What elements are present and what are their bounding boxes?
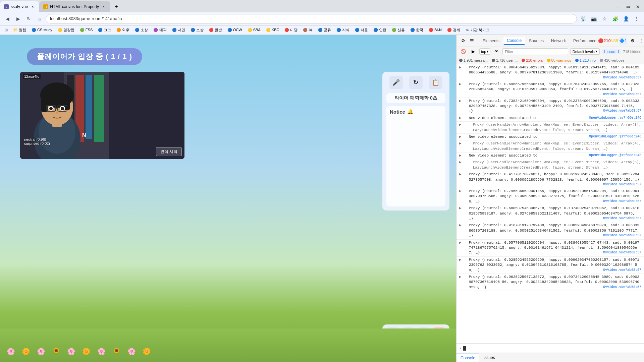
address-bar[interactable]: localhost:8083/game-room/141/mafia (46, 14, 577, 23)
screenshot-icon[interactable]: 📷 (589, 14, 598, 23)
expand-arrow[interactable]: ▶ (459, 82, 462, 86)
bookmark-sba[interactable]: 🟡 SBA (246, 27, 263, 33)
expand-arrow[interactable]: ▶ (459, 172, 462, 176)
bookmark-sosang2[interactable]: 🔵 소상 (189, 27, 206, 33)
expand-arrow[interactable]: ▶ (459, 160, 462, 164)
home-button[interactable]: ⌂ (35, 14, 44, 23)
clear-console-icon[interactable]: 🚫 (459, 48, 467, 56)
bookmark-kk[interactable]: 🔵 크크 (96, 27, 113, 33)
bookmark-bok[interactable]: 🟤 복 (301, 27, 314, 33)
log-source-link[interactable]: OvVideo.vue?ab68:57 (603, 233, 641, 238)
bookmark-other[interactable]: ≫ 기관 북마크 (464, 27, 492, 33)
bookmark-bin[interactable]: 🔴 BI-N (427, 27, 444, 33)
expand-arrow[interactable]: ▶ (459, 223, 462, 227)
bookmark-kyungje[interactable]: 🔴 경제 (445, 27, 462, 33)
log-source-link[interactable]: OvVideo.vue?ab68:57 (603, 75, 641, 80)
mic-icon-button[interactable]: 🎤 (389, 76, 403, 89)
expand-arrow[interactable]: ▶ (459, 153, 462, 158)
profile-icon[interactable]: 👤 (621, 14, 631, 23)
extensions-icon[interactable]: 🧩 (610, 14, 620, 23)
expand-arrow[interactable]: ▶ (459, 134, 462, 139)
bookmark-gongyu[interactable]: 🔵 공유 (316, 27, 333, 33)
close-window-button[interactable]: ✕ (633, 2, 643, 11)
bookmark-kbc[interactable]: 🟡 KBC (264, 27, 281, 33)
log-source-link[interactable]: OvVideo.vue?ab68:57 (603, 285, 641, 290)
bookmark-ocw[interactable]: 🔵 OCW (225, 27, 244, 33)
expand-arrow[interactable]: ▶ (459, 116, 462, 120)
forward-button[interactable]: ▶ (13, 14, 23, 23)
log-source-link[interactable]: OvVideo.vue?ab68:57 (603, 199, 641, 204)
expand-arrow[interactable]: ▶ (459, 189, 462, 193)
bookmark-hanguk[interactable]: 🔵 한국 (408, 27, 425, 33)
tab-console[interactable]: Console (503, 37, 525, 45)
tab-1-close[interactable]: × (30, 4, 35, 9)
log-source-link[interactable]: OvVideo.vue?ab68:57 (603, 182, 641, 187)
tab-1[interactable]: S ssafy-vue × (0, 1, 39, 12)
log-source-link[interactable]: OvVideo.vue?ab68:57 (603, 268, 641, 273)
bookmark-fss[interactable]: 🟢 FSS (78, 27, 95, 33)
bookmark-madang[interactable]: 🔴 마당 (282, 27, 300, 33)
stat-info[interactable]: 1,213 info (575, 58, 596, 62)
bookmark-seoul[interactable]: 🔵 서울 (353, 27, 370, 33)
tab-elements[interactable]: Elements (479, 37, 503, 45)
log-source-link[interactable]: OvVideo.vue?ab68:57 (603, 92, 641, 97)
devtools-toggle-icon[interactable]: ⚙ (459, 37, 467, 45)
bookmark-semin[interactable]: 🔵 서민 (170, 27, 187, 33)
bookmark-wawoo[interactable]: 🟠 와우 (114, 27, 131, 33)
tab-performance[interactable]: Performance (570, 37, 600, 45)
bookmark-apps[interactable]: ⊞ (3, 27, 10, 33)
expand-arrow[interactable]: ▶ (459, 99, 462, 103)
recognition-start-button[interactable]: 인식 시작 (156, 147, 182, 156)
bookmark-jisik[interactable]: 🔵 지식 (334, 27, 352, 33)
bookmark-cs-study[interactable]: 🔵 CS study (30, 27, 54, 33)
expand-arrow[interactable]: ▶ (459, 122, 462, 127)
expand-arrow[interactable]: ▶ (459, 141, 462, 145)
bookmark-ilweb[interactable]: 📁 일웹 (11, 27, 28, 33)
stat-user[interactable]: 1,716 user ... (492, 58, 518, 62)
expand-arrow[interactable]: ▶ (459, 206, 462, 210)
log-source-link[interactable]: OvVideo.vue?ab68:57 (603, 109, 641, 113)
log-source-link[interactable]: OpenViduLogger.js?f66e:246 (589, 116, 641, 120)
bottom-tab-issues[interactable]: Issues (479, 354, 499, 361)
bookmark-intern[interactable]: 🔵 인턴 (371, 27, 388, 33)
context-dropdown[interactable]: top ▾ (479, 48, 490, 55)
log-source-link[interactable]: OvVideo.vue?ab68:57 (603, 250, 641, 255)
devtools-settings-icon[interactable]: ⚙ (629, 37, 637, 45)
bookmark-star-icon[interactable]: ☆ (600, 14, 609, 23)
log-source-link[interactable]: OvVideo.vue?ab68:57 (603, 216, 641, 221)
expand-arrow[interactable]: ▶ (459, 257, 462, 262)
stat-warnings[interactable]: 88 warnings (547, 58, 571, 62)
stat-verbose[interactable]: 420 verbose (600, 58, 625, 62)
stat-errors[interactable]: 210 errors (522, 58, 543, 62)
tab-2[interactable]: H HTML canvas font Property × (39, 1, 110, 12)
devtools-more-icon[interactable]: ⋮ (638, 37, 644, 45)
refresh-button[interactable]: ↻ (24, 14, 34, 23)
bookmark-geomgam[interactable]: 🟡 검감웹 (56, 27, 76, 33)
expand-arrow[interactable]: ▶ (459, 65, 462, 69)
back-button[interactable]: ◀ (3, 14, 12, 23)
new-tab-button[interactable]: + (112, 2, 121, 11)
maximize-button[interactable]: ▭ (623, 2, 633, 11)
expand-arrow[interactable]: ▶ (459, 275, 462, 279)
bookmark-sinheung[interactable]: 🟢 신흥 (390, 27, 407, 33)
log-source-link[interactable]: OpenViduLogger.js?f66e:246 (589, 134, 641, 139)
expand-arrow[interactable]: ▶ (459, 240, 462, 245)
log-levels-dropdown[interactable]: Default levels ▾ (570, 48, 600, 55)
clipboard-icon-button[interactable]: 📋 (429, 76, 442, 89)
refresh-icon-button[interactable]: ↻ (409, 76, 423, 89)
eye-icon[interactable]: 👁 (492, 48, 500, 56)
tab-network[interactable]: Network (548, 37, 569, 45)
bookmark-ssalbap[interactable]: 🔴 쌀밥 (207, 27, 224, 33)
tab-2-close[interactable]: × (101, 4, 106, 9)
bookmark-epic[interactable]: 🟣 에픽 (151, 27, 168, 33)
cast-icon[interactable]: 📡 (578, 14, 588, 23)
devtools-inspect-icon[interactable]: ☰ (468, 37, 476, 45)
minimize-button[interactable]: — (613, 2, 623, 11)
log-source-link[interactable]: OpenViduLogger.js?f66e:246 (589, 153, 641, 158)
console-filter-input[interactable] (502, 48, 568, 55)
bottom-tab-console[interactable]: Console (457, 354, 479, 362)
settings-icon[interactable]: ⋮ (632, 14, 641, 23)
preserve-log-icon[interactable]: ▶ (469, 48, 477, 56)
tab-sources[interactable]: Sources (526, 37, 547, 45)
bookmark-sosang[interactable]: 🔵 소상 (133, 27, 150, 33)
